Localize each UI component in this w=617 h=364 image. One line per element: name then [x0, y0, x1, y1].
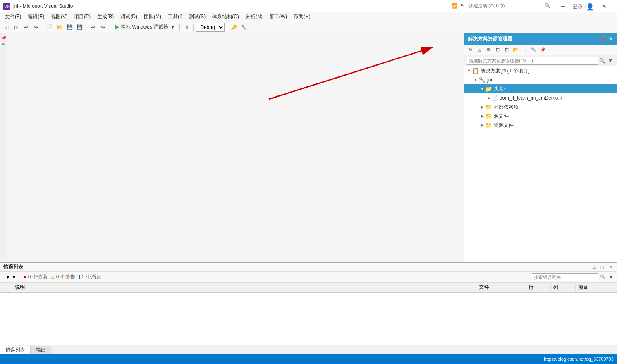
project-expand-arrow[interactable]: ▼: [473, 78, 478, 82]
panel-refresh-btn[interactable]: ↻: [466, 46, 474, 54]
col-proj-header[interactable]: 项目: [576, 283, 617, 292]
toolbar-save-btn[interactable]: 💾: [65, 23, 74, 32]
toolbar-new-btn[interactable]: 📄: [45, 23, 54, 32]
toolbar-sep6: [227, 24, 227, 31]
error-panel-restore-btn[interactable]: □: [599, 264, 605, 271]
toolbar-key2-btn[interactable]: 🔧: [239, 23, 248, 32]
panel-props-btn[interactable]: 🔧: [530, 46, 538, 54]
run-dropdown-icon[interactable]: ▼: [171, 25, 175, 29]
tree-view[interactable]: ▼ 📋 解决方案'jni'(1 个项目) ▼ 🔧 jni ▼ 📁 头文件: [464, 66, 617, 262]
close-button[interactable]: ✕: [595, 0, 614, 12]
warning-count-badge[interactable]: ⚠ 0 个警告: [50, 274, 75, 281]
tree-source-files-node[interactable]: ▶ 📁 源文件: [464, 112, 617, 121]
tree-ext-deps-node[interactable]: ▶ 📁 外部依赖项: [464, 102, 617, 112]
tab-output[interactable]: 输出: [31, 346, 51, 354]
menu-arch[interactable]: 体系结构(C): [209, 12, 242, 21]
col-line-header[interactable]: 行: [526, 283, 551, 292]
run-debug-button[interactable]: 本地 Windows 调试器 ▼: [112, 22, 177, 32]
menu-analyze[interactable]: 分析(N): [242, 12, 266, 21]
menu-test[interactable]: 测试(S): [186, 12, 209, 21]
error-search-dropdown[interactable]: ▼: [608, 274, 615, 281]
com-file-label: com_jt_learn_jni_JniDemo.h: [500, 95, 562, 101]
ext-deps-folder-icon: 📁: [485, 104, 492, 110]
col-file-header[interactable]: 文件: [476, 283, 526, 292]
error-panel-title-bar: 错误列表 ⊟ □ ✕: [0, 263, 617, 272]
col-col-header[interactable]: 列: [551, 283, 576, 292]
panel-sync-btn[interactable]: ↔: [521, 46, 529, 54]
error-panel-popup-btn[interactable]: ⊟: [591, 264, 597, 271]
resource-folder-icon: 📁: [485, 122, 492, 128]
panel-search-dropdown[interactable]: ▼: [606, 57, 615, 65]
vs-logo-icon: VS: [3, 3, 10, 10]
com-file-expand-arrow[interactable]: ▶: [486, 96, 492, 100]
menu-file[interactable]: 文件(F): [2, 12, 24, 21]
col-desc-header[interactable]: 说明: [12, 283, 476, 292]
menu-view[interactable]: 视图(V): [48, 12, 71, 21]
error-count-badge[interactable]: ✖ 0 个错误: [23, 274, 47, 281]
source-files-expand-arrow[interactable]: ▶: [479, 114, 485, 118]
panel-filter-btn[interactable]: ⊞: [502, 46, 511, 54]
panel-search-button[interactable]: 🔍: [598, 57, 606, 65]
info-count-badge[interactable]: ℹ 0 个消息: [79, 274, 101, 281]
toolbar-undo-btn[interactable]: ↩: [22, 23, 31, 32]
play-icon: [115, 25, 119, 30]
menu-build[interactable]: 生成(B): [94, 12, 117, 21]
tree-header-files-node[interactable]: ▼ 📁 头文件: [464, 84, 617, 93]
solution-expand-arrow[interactable]: ▼: [466, 69, 472, 73]
title-bar-left: VS jni - Microsoft Visual Studio: [3, 3, 73, 10]
menu-window[interactable]: 窗口(W): [266, 12, 290, 21]
toolbar-key-btn[interactable]: 🔑: [229, 23, 238, 32]
minimize-button[interactable]: ─: [553, 0, 572, 12]
left-toolbar-pin[interactable]: 📌: [1, 35, 7, 40]
toolbar-back-btn[interactable]: ◁: [2, 23, 11, 32]
panel-close-button[interactable]: ✕: [608, 36, 614, 42]
error-filter-dropdown[interactable]: ▼ ▼: [2, 273, 19, 281]
panel-pin2-btn[interactable]: 📌: [539, 46, 547, 54]
menu-team[interactable]: 团队(M): [141, 12, 165, 21]
tab-error-list[interactable]: 错误列表: [0, 346, 31, 354]
svg-text:VS: VS: [4, 4, 10, 9]
error-search-button[interactable]: 🔍: [600, 274, 606, 281]
toolbar-undo2-btn[interactable]: ↩: [88, 23, 98, 32]
login-button[interactable]: 登录: [571, 2, 584, 11]
menu-help[interactable]: 帮助(H): [290, 12, 314, 21]
editor-area[interactable]: [7, 33, 464, 262]
toolbar-save-all-btn[interactable]: 💾: [75, 23, 84, 32]
toolbar-forward-btn[interactable]: ▷: [12, 23, 21, 32]
menu-project[interactable]: 项目(P): [71, 12, 94, 21]
resource-files-expand-arrow[interactable]: ▶: [479, 123, 485, 127]
ext-deps-expand-arrow[interactable]: ▶: [479, 105, 485, 109]
notification-icon[interactable]: 📶: [451, 3, 457, 9]
menu-edit[interactable]: 编辑(E): [24, 12, 48, 21]
tree-solution-node[interactable]: ▼ 📋 解决方案'jni'(1 个项目): [464, 66, 617, 75]
error-table-body: [0, 293, 617, 345]
header-expand-arrow[interactable]: ▼: [479, 87, 485, 91]
tree-com-file-node[interactable]: ▶ 📄 com_jt_learn_jni_JniDemo.h: [464, 93, 617, 102]
error-x-icon: ✖: [23, 274, 27, 280]
quick-launch-input[interactable]: [467, 2, 541, 10]
error-search-input[interactable]: [532, 273, 598, 281]
tree-resource-files-node[interactable]: ▶ 📁 资源文件: [464, 121, 617, 130]
panel-settings-btn[interactable]: ⚙: [484, 46, 493, 54]
panel-collapse-btn[interactable]: ⊟: [493, 46, 502, 54]
warning-count-label: 0 个警告: [56, 274, 75, 281]
toolbar-open-btn[interactable]: 📂: [55, 23, 64, 32]
debug-config-dropdown[interactable]: Debug: [196, 23, 225, 32]
toolbar-redo2-btn[interactable]: ↪: [98, 23, 108, 32]
toolbar-pause-btn[interactable]: ⏸: [182, 23, 191, 32]
tree-project-node[interactable]: ▼ 🔧 jni: [464, 75, 617, 84]
panel-search-input[interactable]: [467, 57, 598, 65]
account-icon[interactable]: 👤: [586, 3, 594, 11]
error-panel-close-btn[interactable]: ✕: [607, 264, 614, 271]
resource-files-label: 资源文件: [494, 122, 514, 129]
toolbar-redo-btn[interactable]: ↪: [31, 23, 41, 32]
panel-pin-button[interactable]: 📌: [598, 36, 606, 42]
project-label: jni: [487, 77, 492, 83]
menu-tools[interactable]: 工具(I): [165, 12, 186, 21]
panel-home-btn[interactable]: ⌂: [475, 46, 483, 54]
panel-files-btn[interactable]: 📂: [512, 46, 520, 54]
error-count-label: 0 个错误: [28, 274, 47, 281]
menu-debug[interactable]: 调试(D): [117, 12, 141, 21]
info-circle-icon: ℹ: [79, 274, 81, 280]
left-toolbar-scroll[interactable]: ≡: [1, 41, 7, 47]
